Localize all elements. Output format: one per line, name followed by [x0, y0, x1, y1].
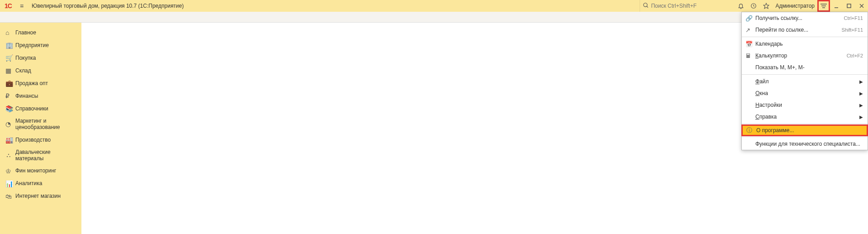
- minimize-icon[interactable]: [830, 0, 843, 12]
- dropdown-item-icon: 📅: [745, 41, 755, 48]
- dropdown-item-icon: ⓘ: [746, 126, 756, 134]
- sidebar-item-label: Интернет магазин: [15, 193, 61, 199]
- sidebar-item-9[interactable]: ⛬Давальческие материалы: [0, 146, 81, 165]
- dropdown-item-4[interactable]: 🖩КалькуляторCtrl+F2: [742, 50, 868, 62]
- search-input[interactable]: [649, 2, 726, 10]
- sidebar-icon: 🏭: [5, 136, 15, 143]
- sidebar-item-label: Аналитика: [15, 180, 42, 186]
- sidebar-item-8[interactable]: 🏭Производство: [0, 134, 81, 146]
- toolbar-secondary: [0, 12, 868, 23]
- dropdown-separator: [742, 124, 868, 124]
- dropdown-item-14[interactable]: Функции для технического специалиста...: [742, 138, 868, 150]
- sidebar-icon: ◔: [5, 120, 15, 128]
- bell-icon[interactable]: [735, 0, 747, 12]
- sidebar-item-7[interactable]: ◔Маркетинг и ценообразование: [0, 115, 81, 134]
- sidebar-item-6[interactable]: 📚Справочники: [0, 102, 81, 115]
- sidebar-item-label: Предприятие: [15, 42, 49, 48]
- main: ⌂Главное🏢Предприятие🛒Покупка▦Склад💼Прода…: [0, 23, 868, 234]
- dropdown-item-label: О программе...: [756, 127, 862, 134]
- sidebar-icon: 🛒: [5, 54, 15, 62]
- sidebar-item-label: Покупка: [15, 55, 36, 61]
- sidebar-item-2[interactable]: 🛒Покупка: [0, 52, 81, 64]
- sidebar-item-12[interactable]: 🛍Интернет магазин: [0, 190, 81, 203]
- chevron-right-icon: ▶: [859, 103, 863, 108]
- chevron-right-icon: ▶: [859, 91, 863, 96]
- settings-menu-button[interactable]: [817, 0, 830, 12]
- chevron-right-icon: ▶: [859, 115, 863, 119]
- sidebar-icon: 🏢: [5, 42, 15, 49]
- sidebar-item-0[interactable]: ⌂Главное: [0, 26, 81, 39]
- dropdown-item-10[interactable]: Справка▶: [742, 111, 868, 123]
- dropdown-separator: [742, 74, 868, 75]
- sidebar-item-label: Справочники: [15, 105, 48, 112]
- sidebar-item-label: Фин мониторинг: [15, 167, 56, 174]
- sidebar-item-label: Финансы: [15, 93, 38, 99]
- dropdown-item-label: Настройки: [755, 102, 857, 108]
- dropdown-shortcut: Ctrl+F11: [844, 15, 863, 21]
- dropdown-shortcut: Ctrl+F2: [847, 53, 863, 58]
- sidebar: ⌂Главное🏢Предприятие🛒Покупка▦Склад💼Прода…: [0, 23, 81, 234]
- dropdown-item-label: Календарь: [755, 41, 863, 47]
- menu-icon[interactable]: ≡: [15, 2, 28, 10]
- search-wrap: [640, 0, 735, 12]
- svg-marker-3: [764, 3, 769, 9]
- dropdown-separator: [742, 37, 868, 37]
- dropdown-item-3[interactable]: 📅Календарь: [742, 38, 868, 50]
- sidebar-item-10[interactable]: ♔Фин мониторинг: [0, 165, 81, 177]
- close-icon[interactable]: [855, 0, 868, 12]
- chevron-right-icon: ▶: [859, 79, 863, 84]
- dropdown-item-0[interactable]: 🔗Получить ссылку...Ctrl+F11: [742, 12, 868, 24]
- history-icon[interactable]: [747, 0, 760, 12]
- dropdown-item-label: Получить ссылку...: [755, 15, 844, 21]
- svg-point-0: [644, 3, 647, 6]
- user-label[interactable]: Администратор: [773, 3, 817, 9]
- dropdown-item-label: Функции для технического специалиста...: [755, 141, 863, 147]
- svg-rect-8: [847, 4, 851, 8]
- dropdown-item-label: Окна: [755, 90, 857, 96]
- sidebar-item-label: Склад: [15, 67, 31, 74]
- sidebar-icon: ₽: [5, 92, 15, 100]
- dropdown-item-12[interactable]: ⓘО программе...: [741, 124, 868, 136]
- app-title: Ювелирный торговый дом, редакция 10.7 (1…: [28, 3, 184, 9]
- sidebar-item-label: Продажа опт: [15, 80, 48, 86]
- sidebar-item-label: Маркетинг и ценообразование: [15, 118, 77, 131]
- dropdown-item-icon: ↗: [745, 27, 755, 33]
- titlebar: 1С ≡ Ювелирный торговый дом, редакция 10…: [0, 0, 868, 12]
- sidebar-item-label: Главное: [15, 29, 36, 36]
- app-logo: 1С: [0, 2, 15, 10]
- dropdown-item-label: Файл: [755, 78, 857, 85]
- dropdown-item-8[interactable]: Окна▶: [742, 87, 868, 99]
- sidebar-icon: ♔: [5, 167, 15, 175]
- titlebar-right: Администратор: [640, 0, 868, 12]
- sidebar-icon: 📚: [5, 105, 15, 112]
- svg-line-1: [647, 6, 648, 7]
- dropdown-item-7[interactable]: Файл▶: [742, 76, 868, 87]
- sidebar-item-4[interactable]: 💼Продажа опт: [0, 77, 81, 90]
- dropdown-shortcut: Shift+F11: [842, 27, 863, 33]
- sidebar-icon: 🛍: [5, 193, 15, 200]
- maximize-icon[interactable]: [843, 0, 855, 12]
- sidebar-item-5[interactable]: ₽Финансы: [0, 90, 81, 102]
- dropdown-item-label: Показать M, M+, M-: [755, 64, 863, 71]
- dropdown-item-icon: 🖩: [745, 53, 755, 59]
- sidebar-item-11[interactable]: 📊Аналитика: [0, 177, 81, 190]
- dropdown-item-5[interactable]: Показать M, M+, M-: [742, 62, 868, 73]
- sidebar-icon: 📊: [5, 180, 15, 187]
- dropdown-item-label: Перейти по ссылке...: [755, 27, 842, 33]
- sidebar-icon: ⌂: [5, 29, 15, 36]
- sidebar-item-label: Производство: [15, 137, 51, 143]
- star-icon[interactable]: [760, 0, 773, 12]
- dropdown-item-1[interactable]: ↗Перейти по ссылке...Shift+F11: [742, 24, 868, 36]
- sidebar-item-label: Давальческие материалы: [15, 149, 77, 162]
- settings-dropdown: 🔗Получить ссылку...Ctrl+F11↗Перейти по с…: [741, 12, 868, 150]
- search-icon: [643, 2, 649, 10]
- sidebar-icon: ▦: [5, 67, 15, 74]
- sidebar-icon: ⛬: [5, 152, 15, 159]
- dropdown-item-9[interactable]: Настройки▶: [742, 99, 868, 111]
- dropdown-separator: [742, 137, 868, 137]
- dropdown-item-icon: 🔗: [745, 15, 755, 22]
- sidebar-icon: 💼: [5, 80, 15, 87]
- dropdown-item-label: Справка: [755, 114, 857, 120]
- sidebar-item-3[interactable]: ▦Склад: [0, 64, 81, 77]
- sidebar-item-1[interactable]: 🏢Предприятие: [0, 39, 81, 52]
